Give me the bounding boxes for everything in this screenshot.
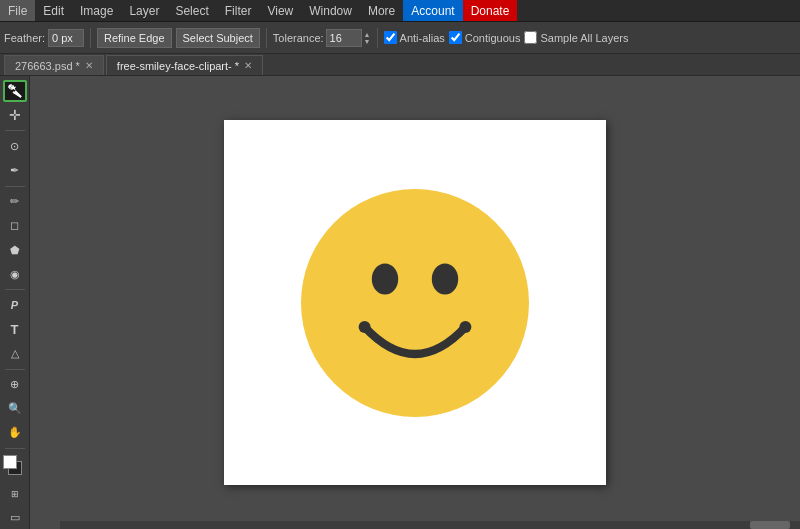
tolerance-label: Tolerance: — [273, 32, 324, 44]
quick-mask-icon: ⊞ — [11, 489, 19, 499]
tab-smiley[interactable]: free-smiley-face-clipart- * ✕ — [106, 55, 263, 75]
tool-quick-mask[interactable]: ⊞ — [3, 483, 27, 505]
contiguous-group: Contiguous — [449, 31, 521, 44]
tab-276663[interactable]: 276663.psd * ✕ — [4, 55, 104, 75]
menu-window[interactable]: Window — [301, 0, 360, 21]
menu-edit[interactable]: Edit — [35, 0, 72, 21]
menu-view[interactable]: View — [259, 0, 301, 21]
tolerance-group: Tolerance: ▲ ▼ — [273, 29, 371, 47]
tool-sep-5 — [5, 448, 25, 449]
menu-filter[interactable]: Filter — [217, 0, 260, 21]
face-circle — [301, 189, 529, 417]
menu-layer[interactable]: Layer — [121, 0, 167, 21]
options-toolbar: Feather: Refine Edge Select Subject Tole… — [0, 22, 800, 54]
tool-lasso[interactable]: ⊙ — [3, 135, 27, 157]
lasso-icon: ⊙ — [10, 140, 19, 153]
feather-label: Feather: — [4, 32, 45, 44]
tab-close-smiley[interactable]: ✕ — [244, 60, 252, 71]
mouth-left-corner — [359, 321, 371, 333]
h-scrollbar-track[interactable] — [60, 521, 800, 529]
tool-zoom[interactable]: 🔍 — [3, 398, 27, 420]
document-tabs: 276663.psd * ✕ free-smiley-face-clipart-… — [0, 54, 800, 76]
crop-icon: ⊕ — [10, 378, 19, 391]
menu-image[interactable]: Image — [72, 0, 121, 21]
brush-icon: ✏ — [10, 195, 19, 208]
tool-pen[interactable]: P — [3, 294, 27, 316]
tool-move[interactable]: ✛ — [3, 104, 27, 126]
feather-input[interactable] — [48, 29, 84, 47]
h-scrollbar-thumb[interactable] — [750, 521, 790, 529]
tool-sep-4 — [5, 369, 25, 370]
tool-fill[interactable]: ⬟ — [3, 239, 27, 261]
menu-select[interactable]: Select — [167, 0, 216, 21]
fill-icon: ⬟ — [10, 244, 20, 257]
tolerance-arrows[interactable]: ▲ ▼ — [364, 31, 371, 45]
magic-wand-icon — [8, 84, 22, 98]
tab-label-276663: 276663.psd * — [15, 60, 80, 72]
tool-magic-wand[interactable] — [3, 80, 27, 102]
tool-brush[interactable]: ✏ — [3, 191, 27, 213]
shape-icon: △ — [11, 347, 19, 360]
tool-blur[interactable]: ◉ — [3, 263, 27, 285]
tool-shape[interactable]: △ — [3, 343, 27, 365]
tool-text[interactable]: T — [3, 318, 27, 340]
sample-all-group: Sample All Layers — [524, 31, 628, 44]
sample-all-checkbox[interactable] — [524, 31, 537, 44]
menu-donate[interactable]: Donate — [463, 0, 518, 21]
anti-alias-group: Anti-alias — [384, 31, 445, 44]
color-swatches — [3, 455, 27, 481]
left-eye — [372, 263, 398, 294]
pen-icon: P — [11, 299, 18, 311]
menu-bar: File Edit Image Layer Select Filter View… — [0, 0, 800, 22]
tool-eyedropper[interactable]: ✒ — [3, 160, 27, 182]
mouth-right-corner — [459, 321, 471, 333]
tab-label-smiley: free-smiley-face-clipart- * — [117, 60, 239, 72]
document-canvas — [224, 120, 606, 485]
foreground-color-swatch[interactable] — [3, 455, 17, 469]
tab-close-276663[interactable]: ✕ — [85, 60, 93, 71]
tool-crop[interactable]: ⊕ — [3, 374, 27, 396]
anti-alias-label: Anti-alias — [400, 32, 445, 44]
feather-group: Feather: — [4, 29, 84, 47]
toolbar-separator-3 — [377, 28, 378, 48]
smiley-svg — [295, 183, 535, 423]
menu-account[interactable]: Account — [403, 0, 462, 21]
tool-sep-3 — [5, 289, 25, 290]
refine-edge-button[interactable]: Refine Edge — [97, 28, 172, 48]
tolerance-up-arrow[interactable]: ▲ — [364, 31, 371, 38]
menu-file[interactable]: File — [0, 0, 35, 21]
tool-hand[interactable]: ✋ — [3, 422, 27, 444]
screen-mode-icon: ▭ — [10, 511, 20, 524]
left-toolbar: ✛ ⊙ ✒ ✏ ◻ ⬟ ◉ P T — [0, 76, 30, 529]
select-subject-button[interactable]: Select Subject — [176, 28, 260, 48]
blur-icon: ◉ — [10, 268, 20, 281]
hand-icon: ✋ — [8, 426, 22, 439]
tolerance-input[interactable] — [326, 29, 362, 47]
text-icon: T — [11, 322, 19, 337]
smiley-face-image — [295, 183, 535, 423]
tool-eraser[interactable]: ◻ — [3, 215, 27, 237]
tool-screen-mode[interactable]: ▭ — [3, 507, 27, 529]
tool-sep-2 — [5, 186, 25, 187]
toolbar-separator-1 — [90, 28, 91, 48]
sample-all-label: Sample All Layers — [540, 32, 628, 44]
canvas-area[interactable] — [30, 76, 800, 529]
toolbar-separator-2 — [266, 28, 267, 48]
menu-more[interactable]: More — [360, 0, 403, 21]
contiguous-checkbox[interactable] — [449, 31, 462, 44]
eyedropper-icon: ✒ — [10, 164, 19, 177]
anti-alias-checkbox[interactable] — [384, 31, 397, 44]
eraser-icon: ◻ — [10, 219, 19, 232]
move-icon: ✛ — [9, 107, 21, 123]
main-area: ✛ ⊙ ✒ ✏ ◻ ⬟ ◉ P T — [0, 76, 800, 529]
tool-sep-1 — [5, 130, 25, 131]
right-eye — [432, 263, 458, 294]
zoom-icon: 🔍 — [8, 402, 22, 415]
tolerance-down-arrow[interactable]: ▼ — [364, 38, 371, 45]
contiguous-label: Contiguous — [465, 32, 521, 44]
